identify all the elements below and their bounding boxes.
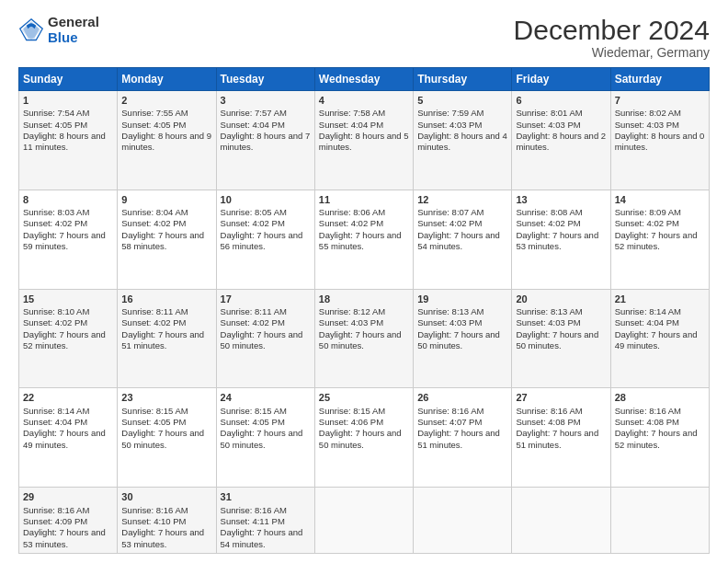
day-number: 7 [615,94,705,107]
header-tuesday: Tuesday [216,68,314,91]
sunrise-text: Sunrise: 8:01 AM [516,108,582,118]
header-friday: Friday [512,68,610,91]
title-block: December 2024 Wiedemar, Germany [514,15,710,60]
header-wednesday: Wednesday [314,68,413,91]
sunrise-text: Sunrise: 7:57 AM [221,108,287,118]
day-number: 11 [319,193,409,206]
calendar-cell: 10Sunrise: 8:05 AMSunset: 4:02 PMDayligh… [216,190,314,289]
sunrise-text: Sunrise: 8:14 AM [23,406,89,416]
daylight-text: Daylight: 7 hours and 52 minutes. [615,230,698,251]
calendar-cell: 31Sunrise: 8:16 AMSunset: 4:11 PMDayligh… [216,488,314,554]
calendar-week-row: 1Sunrise: 7:54 AMSunset: 4:05 PMDaylight… [19,91,710,190]
sunrise-text: Sunrise: 8:11 AM [221,306,287,316]
logo-icon [18,17,44,43]
sunrise-text: Sunrise: 8:13 AM [417,306,483,316]
header-sunday: Sunday [19,68,118,91]
sunrise-text: Sunrise: 8:15 AM [221,406,287,416]
calendar-cell: 27Sunrise: 8:16 AMSunset: 4:08 PMDayligh… [512,388,610,488]
sunrise-text: Sunrise: 8:11 AM [121,306,188,316]
sunset-text: Sunset: 4:09 PM [23,516,87,526]
daylight-text: Daylight: 7 hours and 51 minutes. [417,428,500,449]
daylight-text: Daylight: 7 hours and 50 minutes. [221,329,303,350]
daylight-text: Daylight: 7 hours and 51 minutes. [516,428,598,449]
daylight-text: Daylight: 7 hours and 52 minutes. [615,428,698,449]
day-number: 13 [516,193,606,206]
sunset-text: Sunset: 4:02 PM [121,218,186,228]
sunrise-text: Sunrise: 7:55 AM [121,108,188,118]
sunset-text: Sunset: 4:02 PM [23,317,87,327]
day-number: 4 [319,94,409,107]
sunset-text: Sunset: 4:03 PM [417,120,482,130]
daylight-text: Daylight: 7 hours and 53 minutes. [23,527,106,548]
calendar-cell [512,488,610,554]
calendar-cell: 29Sunrise: 8:16 AMSunset: 4:09 PMDayligh… [19,488,118,554]
calendar-cell [610,488,709,554]
sunset-text: Sunset: 4:10 PM [121,516,186,526]
sunset-text: Sunset: 4:03 PM [516,317,580,327]
day-number: 21 [615,293,705,305]
daylight-text: Daylight: 7 hours and 49 minutes. [615,329,698,350]
day-number: 23 [121,391,211,404]
calendar-week-row: 22Sunrise: 8:14 AMSunset: 4:04 PMDayligh… [19,388,710,488]
sunrise-text: Sunrise: 8:05 AM [221,207,287,217]
sunrise-text: Sunrise: 8:16 AM [121,505,188,515]
sunrise-text: Sunrise: 8:16 AM [417,406,483,416]
calendar-cell: 18Sunrise: 8:12 AMSunset: 4:03 PMDayligh… [314,289,413,388]
day-number: 19 [417,293,507,305]
sunset-text: Sunset: 4:02 PM [221,317,285,327]
daylight-text: Daylight: 8 hours and 4 minutes. [417,131,507,152]
sunrise-text: Sunrise: 8:15 AM [121,406,188,416]
calendar-cell: 11Sunrise: 8:06 AMSunset: 4:02 PMDayligh… [314,190,413,289]
calendar-cell: 2Sunrise: 7:55 AMSunset: 4:05 PMDaylight… [118,91,216,190]
logo-general-text: General [48,15,99,30]
calendar-cell: 1Sunrise: 7:54 AMSunset: 4:05 PMDaylight… [19,91,118,190]
day-number: 5 [417,94,507,107]
day-number: 25 [319,391,409,404]
sunrise-text: Sunrise: 8:13 AM [516,306,582,316]
logo-text: General Blue [48,15,99,45]
daylight-text: Daylight: 7 hours and 54 minutes. [417,230,500,251]
calendar-week-row: 15Sunrise: 8:10 AMSunset: 4:02 PMDayligh… [19,289,710,388]
sunrise-text: Sunrise: 7:59 AM [417,108,483,118]
calendar-cell: 25Sunrise: 8:15 AMSunset: 4:06 PMDayligh… [314,388,413,488]
daylight-text: Daylight: 7 hours and 50 minutes. [417,329,500,350]
sunset-text: Sunset: 4:02 PM [615,218,679,228]
day-number: 10 [221,193,311,206]
sunset-text: Sunset: 4:04 PM [23,417,87,427]
day-number: 18 [319,293,409,305]
daylight-text: Daylight: 8 hours and 0 minutes. [615,131,705,152]
calendar-cell: 28Sunrise: 8:16 AMSunset: 4:08 PMDayligh… [610,388,709,488]
sunset-text: Sunset: 4:06 PM [319,417,383,427]
page: General Blue December 2024 Wiedemar, Ger… [0,0,728,563]
sunrise-text: Sunrise: 8:16 AM [221,505,287,515]
calendar-cell: 3Sunrise: 7:57 AMSunset: 4:04 PMDaylight… [216,91,314,190]
day-number: 29 [23,490,113,503]
sunrise-text: Sunrise: 8:03 AM [23,207,89,217]
calendar-cell: 13Sunrise: 8:08 AMSunset: 4:02 PMDayligh… [512,190,610,289]
day-number: 28 [615,391,705,404]
sunrise-text: Sunrise: 8:16 AM [516,406,582,416]
daylight-text: Daylight: 7 hours and 50 minutes. [516,329,598,350]
daylight-text: Daylight: 7 hours and 53 minutes. [121,527,204,548]
sunrise-text: Sunrise: 7:54 AM [23,108,89,118]
daylight-text: Daylight: 8 hours and 5 minutes. [319,131,409,152]
calendar-cell: 6Sunrise: 8:01 AMSunset: 4:03 PMDaylight… [512,91,610,190]
daylight-text: Daylight: 7 hours and 51 minutes. [121,329,204,350]
calendar-cell: 22Sunrise: 8:14 AMSunset: 4:04 PMDayligh… [19,388,118,488]
sunset-text: Sunset: 4:02 PM [319,218,383,228]
daylight-text: Daylight: 7 hours and 50 minutes. [319,329,402,350]
calendar-cell: 17Sunrise: 8:11 AMSunset: 4:02 PMDayligh… [216,289,314,388]
sunset-text: Sunset: 4:02 PM [516,218,580,228]
daylight-text: Daylight: 7 hours and 55 minutes. [319,230,402,251]
sunset-text: Sunset: 4:05 PM [121,120,186,130]
day-number: 20 [516,293,606,305]
day-number: 14 [615,193,705,206]
calendar-cell: 9Sunrise: 8:04 AMSunset: 4:02 PMDaylight… [118,190,216,289]
sunrise-text: Sunrise: 8:14 AM [615,306,681,316]
sunset-text: Sunset: 4:03 PM [615,120,679,130]
calendar-table: Sunday Monday Tuesday Wednesday Thursday… [18,67,710,554]
day-number: 6 [516,94,606,107]
header-thursday: Thursday [414,68,512,91]
sunrise-text: Sunrise: 8:15 AM [319,406,385,416]
calendar-cell: 23Sunrise: 8:15 AMSunset: 4:05 PMDayligh… [118,388,216,488]
